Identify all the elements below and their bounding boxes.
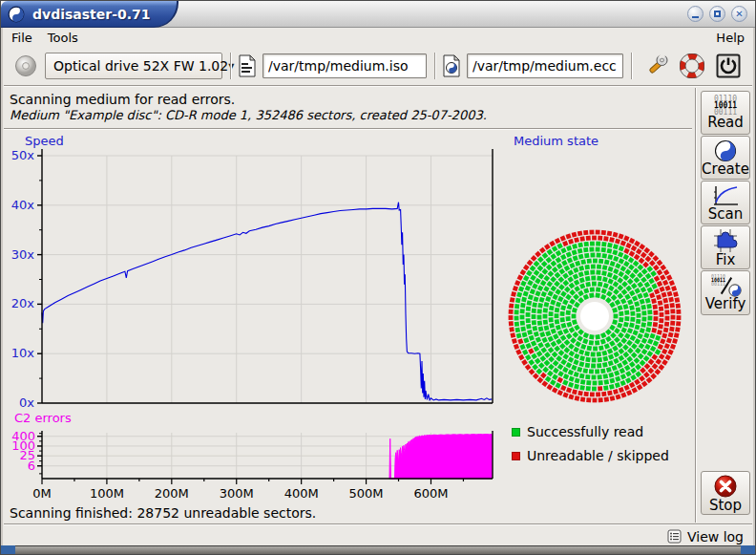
maximize-button[interactable]	[709, 6, 725, 22]
toolbar-separator	[631, 53, 632, 79]
maximize-icon	[714, 11, 721, 17]
lifering-icon	[680, 53, 704, 78]
yin-yang-icon	[714, 139, 737, 162]
scan-curve-icon	[711, 184, 740, 207]
preferences-button[interactable]	[643, 52, 670, 80]
menubar: File Tools Help	[4, 29, 752, 47]
menu-tools[interactable]: Tools	[40, 30, 86, 46]
resize-corner-left[interactable]	[1, 545, 15, 554]
fix-button[interactable]: Fix	[701, 225, 750, 269]
cd-icon	[14, 54, 37, 77]
titlebar-tab: dvdisaster-0.71	[1, 1, 178, 28]
resize-corner-right[interactable]	[741, 545, 755, 554]
close-button[interactable]: ✕	[731, 6, 747, 22]
svg-text:0M: 0M	[32, 486, 52, 501]
toolbar-separator	[434, 53, 435, 79]
svg-text:50x: 50x	[11, 148, 35, 162]
puzzle-piece-icon	[712, 228, 739, 253]
svg-text:200M: 200M	[155, 486, 189, 501]
verify-button[interactable]: 011101001100111 Verify	[701, 270, 750, 315]
read-button[interactable]: 01110 10011 00111 Read	[701, 91, 750, 135]
window-title: dvdisaster-0.71	[32, 7, 151, 22]
create-button[interactable]: Create	[701, 136, 750, 180]
view-log-label: View log	[687, 529, 744, 544]
power-icon	[716, 53, 741, 78]
svg-text:400: 400	[11, 429, 35, 443]
svg-text:100M: 100M	[90, 486, 124, 501]
window-frame-bottom[interactable]	[1, 545, 755, 554]
legend-row-bad: Unreadable / skipped	[512, 448, 669, 463]
status-line-2: Medium "Example disc": CD-R mode 1, 3524…	[10, 108, 487, 122]
minimize-icon	[692, 16, 699, 18]
fix-label: Fix	[716, 253, 736, 267]
statusbar-separator	[4, 523, 752, 525]
drive-select[interactable]: Optical drive 52X FW 1.02 ▼	[45, 53, 222, 79]
binary-document-icon	[239, 54, 256, 77]
menu-help[interactable]: Help	[708, 30, 752, 46]
titlebar[interactable]: dvdisaster-0.71 ✕	[1, 1, 755, 28]
verify-label: Verify	[705, 297, 746, 311]
good-sector-swatch	[512, 428, 520, 437]
svg-text:500M: 500M	[349, 486, 384, 501]
app-window: dvdisaster-0.71 ✕ File Tools Help Optica…	[0, 0, 756, 555]
ecc-file-input[interactable]	[467, 53, 623, 78]
legend-row-good: Successfully read	[512, 424, 669, 439]
status-line-1: Scanning medium for read errors.	[10, 92, 235, 107]
svg-text:10x: 10x	[11, 346, 35, 360]
medium-state-disc	[504, 225, 685, 407]
binary-read-icon: 01110 10011 00111	[714, 96, 737, 116]
medium-state-title: Medium state	[514, 134, 598, 148]
yin-yang-icon	[8, 6, 25, 23]
medium-state-legend: Successfully read Unreadable / skipped	[512, 424, 669, 472]
status-separator	[4, 128, 692, 130]
scan-label: Scan	[708, 207, 743, 222]
toolbar: Optical drive 52X FW 1.02 ▼	[4, 47, 752, 86]
svg-text:300M: 300M	[220, 486, 254, 501]
wrench-icon	[645, 53, 668, 78]
bad-sector-swatch	[512, 452, 520, 460]
svg-text:30x: 30x	[11, 247, 35, 262]
image-file-input[interactable]	[262, 53, 427, 78]
svg-text:20x: 20x	[11, 296, 35, 310]
stop-label: Stop	[709, 499, 742, 513]
good-sector-label: Successfully read	[527, 424, 643, 439]
minimize-button[interactable]	[687, 6, 704, 22]
svg-text:400M: 400M	[284, 486, 319, 501]
menu-file[interactable]: File	[4, 30, 40, 46]
list-icon	[667, 529, 682, 544]
red-x-circle-icon	[713, 474, 738, 499]
help-button[interactable]	[678, 52, 706, 80]
yin-yang-document-icon	[443, 54, 460, 77]
svg-text:600M: 600M	[413, 486, 448, 501]
svg-text:40x: 40x	[11, 198, 35, 212]
drive-select-value: Optical drive 52X FW 1.02	[46, 58, 228, 74]
view-log-button[interactable]: View log	[667, 527, 744, 545]
create-label: Create	[702, 162, 749, 177]
bad-sector-label: Unreadable / skipped	[527, 448, 669, 463]
quit-button[interactable]	[714, 52, 743, 80]
action-panel: 01110 10011 00111 Read Create Scan	[695, 88, 754, 523]
stop-button[interactable]: Stop	[701, 471, 750, 515]
read-label: Read	[707, 116, 744, 130]
svg-text:0x: 0x	[19, 395, 34, 410]
speed-and-c2-charts: 0x10x20x30x40x50x6251004000M100M200M300M…	[1, 131, 507, 503]
close-icon: ✕	[735, 10, 743, 19]
toolbar-separator	[230, 53, 231, 79]
verify-icon: 011101001100111	[709, 274, 742, 297]
scan-result-text: Scanning finished: 28752 unreadable sect…	[10, 505, 316, 521]
scan-button[interactable]: Scan	[701, 181, 750, 224]
